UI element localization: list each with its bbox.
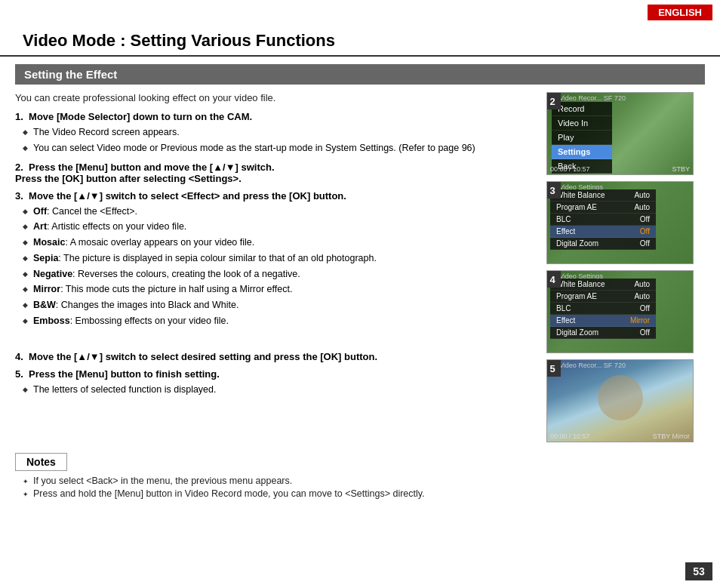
intro-text: You can create professional looking effe… (15, 92, 539, 103)
main-content: You can create professional looking effe… (0, 92, 720, 442)
step-3-bullets: Off: Cancel the <Effect>. Art: Artistic … (15, 205, 539, 328)
menu-item-settings: Settings (552, 145, 612, 159)
list-item: Art: Artistic effects on your video file… (23, 220, 539, 234)
step-1-bullets: The Video Record screen appears. You can… (15, 125, 539, 155)
screen-2-menu: Record Video In Play Settings Back (552, 102, 612, 174)
notes-list: If you select <Back> in the menu, the pr… (15, 476, 705, 499)
screen-4: 🎥 Video Settings White Balance Auto Prog… (546, 270, 694, 353)
page-title: Video Mode : Setting Various Functions (0, 23, 720, 57)
screen-4-row-wb: White Balance Auto (550, 279, 656, 291)
screen-3-row-blc: BLC Off (550, 214, 656, 226)
screen-4-row-zoom: Digital Zoom Off (550, 327, 656, 339)
screen-3-row-wb: White Balance Auto (550, 189, 656, 202)
screen-5-bg: 🎥 Video Recor... SF 720 00:00 / 10:57 ST… (547, 360, 693, 442)
step-4-title: 4. Move the [▲/▼] switch to select desir… (15, 351, 539, 362)
person-figure (598, 375, 643, 420)
list-item: Press and hold the [Menu] button in Vide… (23, 488, 705, 499)
menu-item-videoin: Video In (552, 116, 612, 131)
screen-5: 🎥 Video Recor... SF 720 00:00 / 10:57 ST… (546, 359, 694, 442)
screen-4-bg: 🎥 Video Settings White Balance Auto Prog… (547, 271, 693, 352)
list-item: The letters of selected function is disp… (23, 383, 539, 397)
step-1-num: 1. (15, 111, 23, 122)
screen-5-topbar: 🎥 Video Recor... SF 720 (549, 362, 691, 369)
screen-3-row-effect: Effect Off (550, 226, 656, 238)
list-item: Mosaic: A mosaic overlay appears on your… (23, 236, 539, 250)
step-3-title: 3. Move the [▲/▼] switch to select <Effe… (15, 190, 539, 202)
step-5-label: Press the [Menu] button to finish settin… (29, 368, 220, 380)
step-5-num: 5. (15, 368, 23, 380)
left-column: You can create professional looking effe… (15, 92, 546, 442)
list-item: Negative: Reverses the colours, creating… (23, 267, 539, 282)
step-1-label: Move [Mode Selector] down to turn on the… (29, 111, 252, 122)
list-item: Emboss: Embossing effects on your video … (23, 314, 539, 328)
list-item: The Video Record screen appears. (23, 125, 539, 140)
page-number: 53 (685, 562, 712, 580)
step-3-label: Move the [▲/▼] switch to select <Effect>… (29, 190, 346, 202)
screen-4-menu: White Balance Auto Program AE Auto BLC O… (550, 279, 656, 339)
step-3-num: 3. (15, 190, 23, 202)
step-2-label: Press the [Menu] button and move the [▲/… (15, 162, 275, 184)
list-item: Mirror: This mode cuts the picture in ha… (23, 282, 539, 297)
screen-4-badge: 4 (546, 271, 561, 288)
step-5-title: 5. Press the [Menu] button to finish set… (15, 368, 539, 380)
notes-label: Notes (15, 453, 67, 471)
list-item: B&W: Changes the images into Black and W… (23, 298, 539, 312)
section-header: Setting the Effect (15, 64, 705, 85)
screen-2: 🎥 Video Recor... SF 720 Record Video In … (546, 92, 694, 175)
menu-item-play: Play (552, 131, 612, 145)
step-2-title: 2. Press the [Menu] button and move the … (15, 162, 539, 184)
step-4-num: 4. (15, 351, 23, 362)
screen-3-row-ae: Program AE Auto (550, 202, 656, 214)
notes-section: Notes If you select <Back> in the menu, … (15, 453, 705, 499)
list-item: Off: Cancel the <Effect>. (23, 205, 539, 219)
screen-3-row-zoom: Digital Zoom Off (550, 238, 656, 250)
list-item: You can select Video mode or Previous mo… (23, 141, 539, 155)
screen-5-badge: 5 (546, 360, 561, 377)
screen-3-badge: 3 (546, 182, 561, 199)
screen-2-bg: 🎥 Video Recor... SF 720 Record Video In … (547, 93, 693, 174)
screen-3: 🎥 Video Settings White Balance Auto Prog… (546, 181, 694, 264)
right-column: 🎥 Video Recor... SF 720 Record Video In … (546, 92, 705, 442)
step-4-label: Move the [▲/▼] switch to select desired … (29, 351, 377, 362)
step-1: 1. Move [Mode Selector] down to turn on … (15, 111, 539, 155)
step-2-num: 2. (15, 162, 23, 173)
screen-5-bottombar: 00:00 / 10:57 STBY Mirror (550, 433, 690, 440)
screen-2-badge: 2 (546, 93, 561, 109)
screen-4-row-blc: BLC Off (550, 303, 656, 315)
screen-3-menu: White Balance Auto Program AE Auto BLC O… (550, 189, 656, 250)
step-5-bullets: The letters of selected function is disp… (15, 383, 539, 397)
list-item: Sepia: The picture is displayed in sepia… (23, 251, 539, 266)
step-4: 4. Move the [▲/▼] switch to select desir… (15, 351, 539, 362)
step-2: 2. Press the [Menu] button and move the … (15, 162, 539, 184)
screen-4-row-ae: Program AE Auto (550, 291, 656, 303)
screen-3-bg: 🎥 Video Settings White Balance Auto Prog… (547, 182, 693, 263)
step-1-title: 1. Move [Mode Selector] down to turn on … (15, 111, 539, 122)
menu-item-record: Record (552, 102, 612, 116)
list-item: If you select <Back> in the menu, the pr… (23, 476, 705, 486)
step-5: 5. Press the [Menu] button to finish set… (15, 368, 539, 397)
screen-2-topbar: 🎥 Video Recor... SF 720 (549, 94, 691, 102)
language-badge: ENGLISH (648, 5, 712, 20)
screen-2-bottombar: 00:00 / 10:57 STBY (550, 165, 690, 173)
screen-4-row-effect: Effect Mirror (550, 315, 656, 327)
header-bar: ENGLISH (0, 0, 720, 23)
step-3: 3. Move the [▲/▼] switch to select <Effe… (15, 190, 539, 328)
